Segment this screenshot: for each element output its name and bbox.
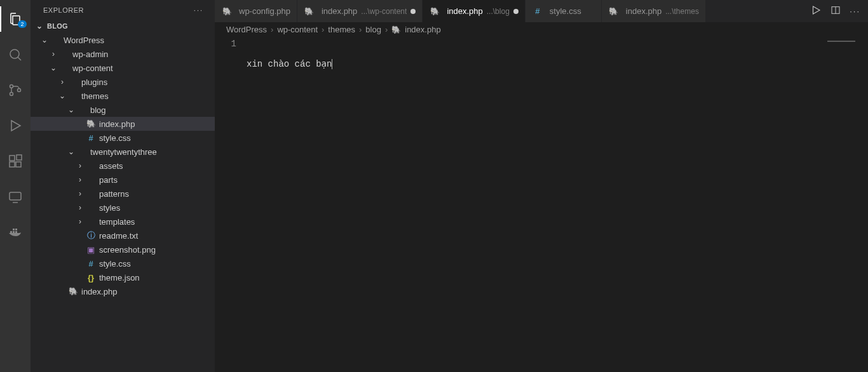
tree-item[interactable]: ⌄WordPress	[31, 33, 215, 47]
tree-item[interactable]: ⌄wp-content	[31, 61, 215, 75]
activity-bar: 2	[0, 0, 31, 372]
tree-item[interactable]: ▣screenshot.png	[31, 242, 215, 256]
breadcrumb-segment[interactable]: WordPress	[226, 25, 267, 34]
editor-tab[interactable]: 🐘index.php...\themes	[602, 0, 706, 22]
file-tree: ⌄WordPress›wp-admin⌄wp-content›plugins⌄t…	[31, 33, 215, 372]
tree-item-label: plugins	[81, 77, 107, 87]
code-content[interactable]: xin chào các bạn	[247, 38, 868, 372]
activity-extensions[interactable]	[0, 149, 31, 174]
json-icon: {}	[88, 273, 94, 282]
code-editor[interactable]: 1 xin chào các bạn	[215, 38, 868, 372]
chevron-right-icon: ›	[75, 189, 85, 198]
sidebar-more-icon[interactable]: ···	[194, 6, 203, 14]
tree-item[interactable]: ›templates	[31, 215, 215, 229]
text-cursor	[332, 59, 332, 69]
tree-item-label: twentytwentythree	[90, 147, 157, 157]
tree-item-label: style.css	[99, 133, 131, 143]
sidebar-title: EXPLORER	[43, 6, 84, 14]
breadcrumb-segment[interactable]: index.php	[405, 25, 440, 34]
tree-item-label: theme.json	[99, 273, 140, 282]
line-number: 1	[215, 38, 236, 50]
tree-item[interactable]: ⌄themes	[31, 89, 215, 103]
activity-explorer[interactable]: 2	[0, 6, 31, 32]
app-root: 2 EXPLORER ··· ⌄ BLOG ⌄WordPress›wp	[0, 0, 868, 372]
hash-icon: #	[88, 259, 93, 269]
chevron-down-icon: ⌄	[57, 91, 67, 100]
svg-rect-13	[15, 229, 17, 230]
chevron-right-icon: ›	[57, 77, 67, 86]
chevron-right-icon: ›	[75, 175, 85, 184]
activity-remote[interactable]	[0, 184, 31, 209]
image-icon: ▣	[87, 245, 95, 255]
activity-source-control[interactable]	[0, 77, 31, 103]
tree-item-label: blog	[90, 105, 106, 115]
minimap[interactable]	[827, 38, 859, 44]
activity-run-debug[interactable]	[0, 113, 31, 138]
svg-rect-10	[13, 231, 15, 233]
breadcrumb-segment[interactable]: blog	[365, 25, 381, 34]
php-icon: 🐘	[430, 7, 440, 16]
svg-point-0	[10, 50, 19, 58]
php-icon: 🐘	[86, 119, 96, 128]
editor-tab[interactable]: 🐘index.php...\wp-content	[297, 0, 423, 22]
editor-tab[interactable]: 🐘wp-config.php	[215, 0, 297, 22]
breadcrumb-separator-icon: ›	[385, 25, 388, 34]
tree-item[interactable]: ›styles	[31, 201, 215, 215]
tree-item-label: style.css	[99, 259, 131, 269]
activity-docker[interactable]	[0, 220, 31, 245]
activity-search[interactable]	[0, 42, 31, 67]
panel-header[interactable]: ⌄ BLOG	[31, 19, 215, 33]
breadcrumbs[interactable]: WordPress›wp-content›themes›blog›🐘index.…	[215, 22, 868, 38]
tree-item[interactable]: ›wp-admin	[31, 47, 215, 61]
svg-point-1	[10, 85, 13, 88]
php-icon: 🐘	[222, 7, 232, 16]
tab-name: style.css	[550, 6, 581, 16]
tree-item[interactable]: {}theme.json	[31, 270, 215, 284]
breadcrumb-segment[interactable]: themes	[328, 25, 355, 34]
hash-icon: #	[535, 6, 539, 16]
chevron-right-icon: ›	[75, 217, 85, 226]
tree-item[interactable]: 🐘index.php	[31, 284, 215, 298]
svg-rect-6	[16, 162, 21, 167]
tree-item-label: index.php	[99, 119, 135, 129]
search-icon	[8, 47, 23, 62]
tree-item[interactable]: ›plugins	[31, 75, 215, 89]
line-gutter: 1	[215, 38, 247, 372]
split-editor-icon[interactable]	[831, 5, 841, 17]
tree-item[interactable]: ⓘreadme.txt	[31, 229, 215, 242]
tree-item[interactable]: #style.css	[31, 256, 215, 270]
editor-tab[interactable]: #style.css	[526, 0, 602, 22]
tree-item[interactable]: 🐘index.php	[31, 117, 215, 131]
source-control-icon	[8, 83, 23, 98]
tree-item-label: templates	[99, 217, 135, 227]
php-icon: 🐘	[69, 287, 78, 296]
tree-item-label: WordPress	[64, 36, 104, 45]
tree-item[interactable]: ⌄blog	[31, 103, 215, 117]
php-icon: 🐘	[391, 25, 401, 34]
extensions-icon	[8, 154, 23, 169]
svg-point-3	[18, 89, 21, 92]
chevron-down-icon: ⌄	[39, 36, 50, 44]
sidebar-header: EXPLORER ···	[31, 0, 215, 19]
breadcrumb-segment[interactable]: wp-content	[277, 25, 318, 34]
chevron-down-icon: ⌄	[66, 147, 76, 156]
svg-rect-7	[17, 155, 22, 160]
more-icon[interactable]: ···	[850, 6, 860, 16]
tree-item-label: index.php	[81, 287, 117, 296]
tree-item[interactable]: #style.css	[31, 131, 215, 145]
tab-name: index.php	[322, 6, 357, 16]
tree-item-label: wp-content	[72, 63, 113, 73]
tree-item[interactable]: ⌄twentytwentythree	[31, 145, 215, 159]
dirty-indicator-icon	[513, 9, 519, 14]
run-icon[interactable]	[810, 4, 822, 18]
svg-rect-9	[10, 231, 12, 233]
info-icon: ⓘ	[87, 230, 95, 241]
tree-item[interactable]: ›assets	[31, 159, 215, 173]
tab-name: index.php	[447, 6, 482, 16]
editor-tab[interactable]: 🐘index.php...\blog	[423, 0, 525, 22]
svg-rect-4	[10, 156, 15, 161]
tree-item[interactable]: ›patterns	[31, 187, 215, 201]
tree-item[interactable]: ›parts	[31, 173, 215, 187]
tree-item-label: styles	[99, 203, 120, 213]
svg-rect-12	[13, 229, 15, 230]
